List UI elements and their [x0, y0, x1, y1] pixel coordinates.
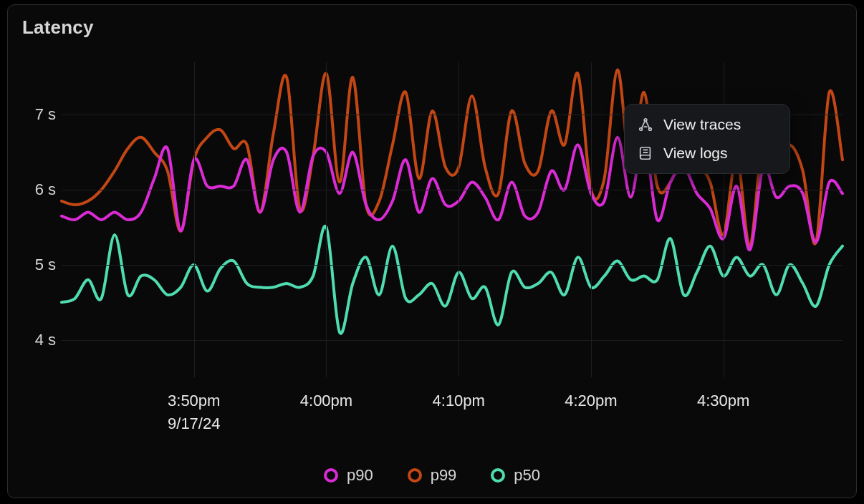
- legend-swatch-p50: [491, 468, 505, 483]
- view-traces-menu-item[interactable]: View traces: [629, 110, 785, 139]
- legend-swatch-p90: [324, 468, 338, 483]
- gridline-v: [591, 62, 592, 377]
- y-axis-tick: 5 s: [24, 256, 56, 274]
- compass-icon: [638, 117, 653, 132]
- chart-title: Latency: [22, 16, 94, 39]
- chart-context-menu: View traces View logs: [624, 104, 790, 174]
- gridline-h: [62, 190, 843, 190]
- y-axis-tick: 6 s: [24, 180, 56, 199]
- gridline-h: [62, 265, 843, 266]
- x-axis-tick: 4:20pm: [565, 392, 617, 410]
- legend-label: p50: [514, 466, 540, 485]
- latency-chart-panel: Latency 4 s5 s6 s7 s3:50pm9/17/244:00pm4…: [7, 4, 857, 498]
- gridline-v: [194, 62, 195, 377]
- legend-label: p90: [347, 466, 373, 485]
- x-axis-tick: 3:50pm9/17/24: [168, 392, 220, 433]
- legend-item-p90[interactable]: p90: [324, 466, 373, 485]
- y-axis-tick: 4 s: [24, 331, 56, 349]
- x-axis-tick: 4:00pm: [300, 392, 352, 410]
- legend-label: p99: [431, 466, 457, 485]
- legend-swatch-p99: [408, 468, 422, 483]
- legend-item-p50[interactable]: p50: [491, 466, 540, 485]
- menu-item-label: View traces: [663, 116, 741, 133]
- gridline-v: [459, 62, 459, 377]
- logs-icon: [638, 145, 653, 161]
- y-axis-tick: 7 s: [24, 105, 56, 124]
- x-axis-tick: 4:30pm: [697, 392, 749, 410]
- gridline-v: [326, 62, 327, 377]
- chart-legend: p90 p99 p50: [8, 466, 856, 485]
- menu-item-label: View logs: [663, 145, 728, 162]
- legend-item-p99[interactable]: p99: [408, 466, 457, 485]
- x-axis-tick: 4:10pm: [433, 392, 485, 410]
- gridline-h: [62, 340, 843, 341]
- view-logs-menu-item[interactable]: View logs: [629, 139, 785, 168]
- series-p50: [62, 226, 843, 334]
